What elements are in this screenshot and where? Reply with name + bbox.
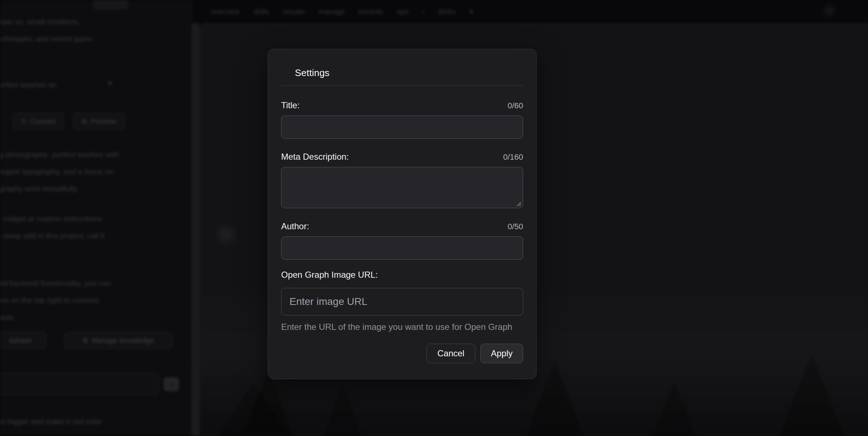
modal-button-row: Cancel Apply: [281, 344, 523, 363]
author-field-row: Author: 0/50: [281, 221, 523, 231]
meta-description-label: Meta Description:: [281, 152, 349, 162]
og-image-url-label: Open Graph Image URL:: [281, 270, 378, 280]
og-image-url-input[interactable]: [281, 288, 523, 315]
meta-description-char-counter: 0/160: [503, 152, 523, 162]
meta-description-textarea[interactable]: [281, 167, 523, 208]
settings-modal: Settings Title: 0/60 Meta Description: 0…: [268, 49, 537, 379]
author-input[interactable]: [281, 236, 523, 260]
title-field-row: Title: 0/60: [281, 100, 523, 110]
og-image-helper-text: Enter the URL of the image you want to u…: [281, 322, 523, 332]
author-char-counter: 0/50: [508, 222, 523, 231]
resize-grip-icon[interactable]: [516, 201, 521, 206]
author-label: Author:: [281, 221, 309, 231]
title-label: Title:: [281, 100, 300, 110]
modal-divider: [281, 85, 523, 86]
meta-description-field-row: Meta Description: 0/160: [281, 152, 523, 162]
og-image-field-row: Open Graph Image URL:: [281, 270, 523, 280]
cancel-button[interactable]: Cancel: [426, 344, 475, 363]
title-input[interactable]: [281, 116, 523, 139]
apply-button[interactable]: Apply: [480, 344, 523, 363]
modal-title: Settings: [295, 67, 523, 79]
title-char-counter: 0/60: [508, 101, 523, 110]
